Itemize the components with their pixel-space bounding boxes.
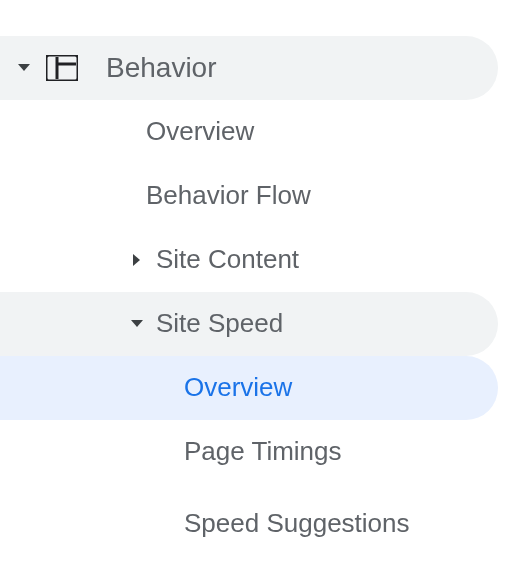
- nav-item-overview[interactable]: Overview: [0, 100, 516, 164]
- caret-down-icon: [14, 64, 34, 72]
- nav-label: Overview: [146, 116, 272, 147]
- nav-item-site-speed[interactable]: Site Speed: [0, 292, 498, 356]
- nav-item-site-content[interactable]: Site Content: [0, 228, 516, 292]
- behavior-icon: [46, 52, 78, 84]
- caret-down-icon: [128, 320, 146, 328]
- nav-item-page-timings[interactable]: Page Timings: [0, 420, 516, 484]
- svg-rect-0: [46, 55, 78, 81]
- nav-label: Site Content: [156, 244, 317, 275]
- nav-label: Page Timings: [184, 436, 360, 467]
- nav-item-site-speed-overview[interactable]: Overview: [0, 356, 498, 420]
- nav-label: Behavior Flow: [146, 180, 329, 211]
- nav-item-behavior[interactable]: Behavior: [0, 36, 498, 100]
- nav-label: Overview: [184, 372, 310, 403]
- caret-right-icon: [128, 254, 146, 266]
- nav-label: Site Speed: [156, 308, 301, 339]
- nav-item-behavior-flow[interactable]: Behavior Flow: [0, 164, 516, 228]
- nav-label: Speed Suggestions: [184, 508, 428, 539]
- nav-item-speed-suggestions[interactable]: Speed Suggestions: [0, 484, 516, 564]
- nav-label: Behavior: [106, 51, 235, 85]
